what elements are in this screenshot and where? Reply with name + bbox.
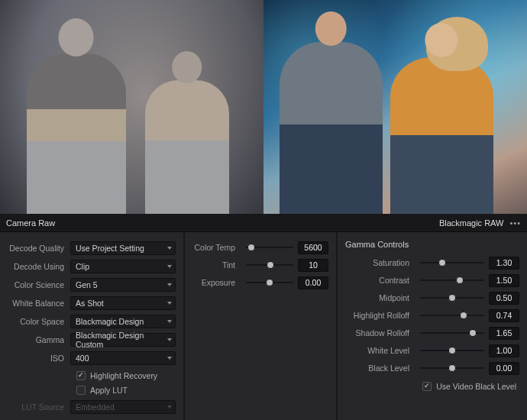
saturation-value[interactable]: 1.30 xyxy=(489,257,519,270)
gamma-controls-column: Gamma Controls Saturation 1.30 Contrast … xyxy=(338,232,527,420)
decode-using-select[interactable]: Clip xyxy=(70,260,176,273)
white-balance-select[interactable]: As Shot xyxy=(70,296,176,310)
chevron-down-icon xyxy=(167,265,172,268)
white-level-value[interactable]: 1.00 xyxy=(489,344,519,357)
shadow-rolloff-value[interactable]: 1.65 xyxy=(489,327,519,340)
exposure-column: Color Temp 5600 Tint 10 Exposure 0.00 xyxy=(185,232,338,420)
video-black-level-label: Use Video Black Level xyxy=(436,382,516,391)
panel-title-left: Camera Raw xyxy=(6,218,55,228)
contrast-value[interactable]: 1.50 xyxy=(489,274,519,287)
decode-using-label: Decode Using xyxy=(8,262,70,271)
panel-header: Camera Raw Blackmagic RAW ••• xyxy=(0,214,527,232)
black-level-label: Black Level xyxy=(345,363,415,373)
highlight-rolloff-slider[interactable] xyxy=(420,310,484,321)
preview-viewer xyxy=(0,0,527,214)
color-science-select[interactable]: Gen 5 xyxy=(70,278,176,292)
highlight-rolloff-label: Highlight Rolloff xyxy=(345,311,415,320)
exposure-label: Exposure xyxy=(192,278,241,287)
midpoint-label: Midpoint xyxy=(345,293,415,302)
saturation-label: Saturation xyxy=(345,258,415,267)
white-level-slider[interactable] xyxy=(420,345,484,356)
chevron-down-icon xyxy=(167,283,172,286)
controls-panel: Decode Quality Use Project Setting Decod… xyxy=(0,232,527,420)
video-black-level-checkbox[interactable] xyxy=(422,382,432,391)
exposure-slider[interactable] xyxy=(246,277,293,288)
decode-quality-label: Decode Quality xyxy=(8,244,70,253)
iso-label: ISO xyxy=(8,354,70,363)
chevron-down-icon xyxy=(167,302,172,305)
contrast-label: Contrast xyxy=(345,276,415,285)
decode-settings-column: Decode Quality Use Project Setting Decod… xyxy=(0,232,185,420)
tint-label: Tint xyxy=(192,260,241,270)
iso-select[interactable]: 400 xyxy=(70,351,176,365)
tint-slider[interactable] xyxy=(246,260,293,270)
midpoint-value[interactable]: 0.50 xyxy=(489,292,519,305)
lut-source-label: LUT Source xyxy=(8,402,70,412)
color-space-label: Color Space xyxy=(8,317,70,326)
chevron-down-icon xyxy=(167,338,172,341)
apply-lut-label: Apply LUT xyxy=(90,386,128,395)
preview-right xyxy=(264,0,527,214)
color-space-select[interactable]: Blackmagic Design xyxy=(70,315,176,328)
color-temp-slider[interactable] xyxy=(246,242,293,253)
color-temp-label: Color Temp xyxy=(192,243,241,252)
chevron-down-icon xyxy=(167,247,172,250)
saturation-slider[interactable] xyxy=(420,257,484,268)
contrast-slider[interactable] xyxy=(420,275,484,286)
white-level-label: White Level xyxy=(345,346,415,355)
panel-menu-icon[interactable]: ••• xyxy=(509,218,521,228)
chevron-down-icon xyxy=(167,357,172,360)
tint-value[interactable]: 10 xyxy=(298,259,328,272)
highlight-recovery-checkbox[interactable] xyxy=(76,371,86,380)
lut-source-select: Embedded xyxy=(70,400,176,414)
shadow-rolloff-label: Shadow Rolloff xyxy=(345,328,415,338)
gamma-label: Gamma xyxy=(8,335,70,344)
chevron-down-icon xyxy=(167,405,172,409)
gamma-controls-title: Gamma Controls xyxy=(345,240,519,249)
highlight-recovery-label: Highlight Recovery xyxy=(90,371,157,380)
black-level-slider[interactable] xyxy=(420,363,484,373)
gamma-select[interactable]: Blackmagic Design Custom xyxy=(70,333,176,347)
highlight-rolloff-value[interactable]: 0.74 xyxy=(489,309,519,322)
preview-left xyxy=(0,0,264,214)
color-science-label: Color Science xyxy=(8,280,70,289)
midpoint-slider[interactable] xyxy=(420,292,484,303)
white-balance-label: White Balance xyxy=(8,299,70,308)
chevron-down-icon xyxy=(167,320,172,323)
black-level-value[interactable]: 0.00 xyxy=(489,362,519,375)
exposure-value[interactable]: 0.00 xyxy=(298,276,328,289)
apply-lut-checkbox[interactable] xyxy=(76,386,86,395)
shadow-rolloff-slider[interactable] xyxy=(420,328,484,338)
panel-title-right: Blackmagic RAW xyxy=(439,218,504,228)
decode-quality-select[interactable]: Use Project Setting xyxy=(70,241,176,255)
color-temp-value[interactable]: 5600 xyxy=(298,241,328,254)
